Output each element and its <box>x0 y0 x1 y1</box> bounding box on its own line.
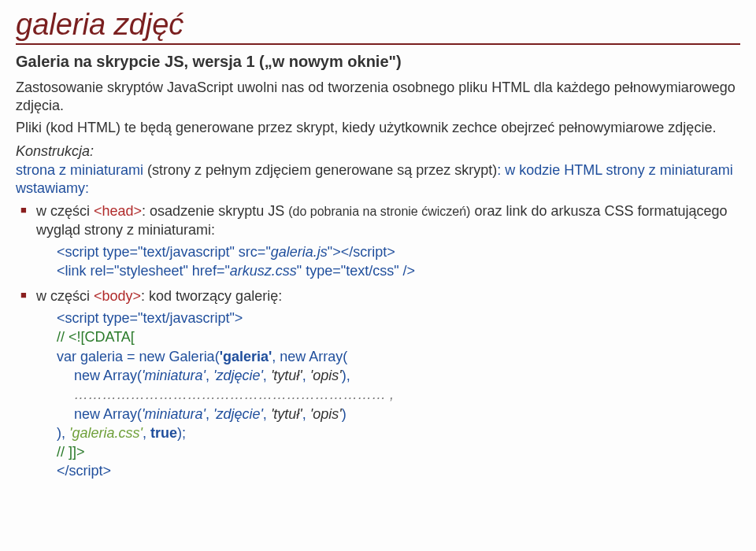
c1c: ipt> <box>372 244 395 260</box>
c-zdj1: 'zdjęcie' <box>213 368 263 383</box>
c-c2: , <box>206 368 213 383</box>
c-arr-line2: new Array('miniatura', 'zdjęcie', 'tytuł… <box>57 405 740 423</box>
bullet-list: w części <head>: osadzenie skryptu JS (d… <box>16 202 740 480</box>
c2href: arkusz.css <box>230 263 297 279</box>
c-new4: new <box>74 406 103 422</box>
li2-a: w części <box>36 288 94 304</box>
c-min2: 'miniatura' <box>142 406 206 422</box>
head-tag: <head> <box>94 203 142 219</box>
c-min1: 'miniatura' <box>142 368 206 383</box>
csc-b: ipt> <box>88 463 112 479</box>
c-eq: = <box>123 349 139 364</box>
c-true: true <box>150 425 177 441</box>
c-galeria: galeria <box>80 349 123 364</box>
c1a: <script type="text/javascript" src=" <box>57 244 271 260</box>
c-comma1: , <box>272 349 280 364</box>
strona-line: strona z miniaturami (strony z pełnym zd… <box>16 161 740 198</box>
subtitle: Galeria na skrypcie JS, wersja 1 („w now… <box>16 53 740 71</box>
c-c7: , <box>302 406 310 422</box>
c-arr1: Array( <box>309 349 347 364</box>
code-head-block: <script type="text/javascript" src="gale… <box>57 242 740 281</box>
c-arr2: Array( <box>103 368 142 383</box>
li2-b: : kod tworzący galerię: <box>141 288 282 304</box>
c-dots: ………………………………………………………… , <box>57 385 740 404</box>
c-script-close: </script> <box>57 461 740 480</box>
c-cdata-open: // <![CDATA[ <box>57 327 740 346</box>
paragraph-intro-2: Pliki (kod HTML) te będą generowane prze… <box>16 119 740 137</box>
c-zdj2: 'zdjęcie' <box>213 406 263 422</box>
c-var: var <box>57 349 80 364</box>
c1b: "></scr <box>328 244 372 260</box>
c-op1: 'opis' <box>310 368 342 383</box>
c-c5: , <box>206 406 213 422</box>
c-gal: 'galeria' <box>220 349 272 364</box>
c-c4: , <box>302 368 310 383</box>
c-open: <script type="text/javascript"> <box>57 309 740 327</box>
c-cp1: ), <box>342 368 350 383</box>
c-new1: new <box>139 349 169 364</box>
page-title: galeria zdjęć <box>16 8 740 45</box>
code-link-line: <link rel="stylesheet" href="arkusz.css"… <box>57 261 740 280</box>
c-op2: 'opis' <box>310 406 342 422</box>
strona-a: strona z miniaturami <box>16 162 147 178</box>
c-arr-line1: new Array('miniatura', 'zdjęcie', 'tytuł… <box>57 366 740 385</box>
c2a: <link rel="stylesheet" href=" <box>57 263 230 279</box>
c-g2: Galeria( <box>169 349 220 364</box>
c-arr3: Array( <box>103 406 142 422</box>
c2b: " type="text/css" /> <box>297 263 415 279</box>
c-tyt1: 'tytuł' <box>271 368 302 383</box>
li1-paren: (do pobrania na stronie ćwiczeń) <box>288 205 470 218</box>
c-tc: ); <box>177 425 186 441</box>
li1-a: w części <box>36 203 94 219</box>
code-script-line: <script type="text/javascript" src="gale… <box>57 242 740 261</box>
c-cp2: ) <box>342 406 346 422</box>
strona-b: (strony z pełnym zdjęciem generowane są … <box>147 162 497 178</box>
c-c3: , <box>263 368 271 383</box>
c-tyt2: 'tytuł' <box>271 406 302 422</box>
construction-label: Konstrukcja: <box>16 143 740 160</box>
bullet-body: w części <body>: kod tworzący galerię: <… <box>36 287 740 481</box>
bullet-head: w części <head>: osadzenie skryptu JS (d… <box>36 202 740 280</box>
c-new3: new <box>74 368 103 383</box>
body-tag: <body> <box>94 288 141 304</box>
li1-b: : osadzenie skryptu JS <box>142 203 288 219</box>
code-body-block: <script type="text/javascript"> // <![CD… <box>57 309 740 481</box>
paragraph-intro-1: Zastosowanie skryptów JavaScript uwolni … <box>16 79 740 114</box>
c-new2: new <box>280 349 309 364</box>
c-cdata-close: // ]]> <box>57 442 740 461</box>
c-var-line: var galeria = new Galeria('galeria', new… <box>57 347 740 366</box>
c-css: 'galeria.css' <box>69 425 143 441</box>
csc-a: </scr <box>57 463 88 479</box>
c-tb: , <box>143 425 150 441</box>
c-ta: ), <box>57 425 69 441</box>
c-c6: , <box>263 406 271 422</box>
c1src: galeria.js <box>271 244 328 260</box>
c-tail: ), 'galeria.css', true); <box>57 423 740 442</box>
